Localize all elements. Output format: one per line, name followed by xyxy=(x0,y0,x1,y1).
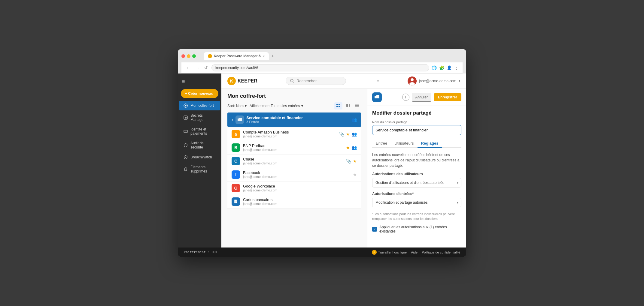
sidebar-item-deleted[interactable]: Éléments supprimés xyxy=(179,163,220,176)
folder-name: Service comptable et financier xyxy=(246,116,349,120)
svg-rect-21 xyxy=(349,105,350,106)
view-grid-btn[interactable] xyxy=(344,102,352,110)
chase-logo: C xyxy=(232,157,240,165)
entry-permissions-select[interactable]: Modification et partage autorisés xyxy=(372,198,461,207)
vault-icon xyxy=(183,103,188,108)
entry-chase[interactable]: C Chase jane@acme-demo.com 📎 ★ xyxy=(227,154,361,168)
traffic-light-red[interactable] xyxy=(181,54,185,58)
sidebar-item-breach[interactable]: BreachWatch xyxy=(179,152,220,162)
entry-permissions-select-wrap: Modification et partage autorisés ▾ xyxy=(372,198,461,207)
chase-info: Chase jane@acme-demo.com xyxy=(243,157,343,165)
sidebar-item-secrets-label: Secrets Manager xyxy=(190,113,216,122)
browser-controls: Keeper Password Manager & × + xyxy=(181,52,463,60)
nav-forward-btn[interactable]: → xyxy=(194,65,201,71)
google-name: Google Workplace xyxy=(243,184,354,188)
svg-rect-19 xyxy=(346,105,347,106)
folder-row[interactable]: › Service comptable et financier 3 Entré… xyxy=(227,112,361,127)
profile-icon[interactable]: 👤 xyxy=(447,65,452,70)
sidebar-item-audit[interactable]: Audit de sécurité xyxy=(179,139,220,152)
offline-label[interactable]: Travailler hors ligne xyxy=(378,250,407,254)
user-dropdown-icon[interactable]: ▾ xyxy=(459,79,460,82)
help-link[interactable]: Aide xyxy=(411,250,418,254)
menu-dots-icon[interactable]: ⋮ xyxy=(454,65,459,70)
user-permissions-select-wrap: Gestion d'utilisateurs et d'entrées auto… xyxy=(372,178,461,188)
sidebar-item-vault[interactable]: Mon coffre-fort xyxy=(179,101,220,110)
facebook-star-icon[interactable]: ★ xyxy=(353,172,357,177)
entry-list: › Service comptable et financier 3 Entré… xyxy=(227,112,361,245)
tab-new-btn[interactable]: + xyxy=(269,53,276,60)
chase-actions: 📎 ★ xyxy=(346,159,357,164)
apply-checkbox[interactable]: ✓ xyxy=(372,227,377,232)
tab-close-btn[interactable]: × xyxy=(263,54,265,58)
entry-bnp[interactable]: B BNP Paribas jane@acme-demo.com ★ 👥 xyxy=(227,141,361,154)
folder-share-icon[interactable]: 👥 xyxy=(352,117,357,122)
puzzle-icon[interactable]: 🧩 xyxy=(439,65,444,70)
entry-facebook[interactable]: f Facebook jane@acme-demo.com ★ xyxy=(227,168,361,182)
view-detail-btn[interactable] xyxy=(353,102,361,110)
search-bar[interactable] xyxy=(286,77,346,85)
main-header: K KEEPER ≡ xyxy=(221,74,466,89)
panel-info-btn[interactable]: i xyxy=(402,94,409,101)
panel-folder-icon xyxy=(372,92,382,102)
filter-arrow-icon: ▾ xyxy=(301,104,303,108)
entry-amazon[interactable]: a Compte Amazon Business jane@acme-demo.… xyxy=(227,128,361,141)
sidebar-menu-icon[interactable]: ≡ xyxy=(178,76,221,87)
star-icon[interactable]: ★ xyxy=(346,132,350,136)
svg-point-1 xyxy=(185,105,187,106)
svg-line-8 xyxy=(293,82,294,82)
tab-entree[interactable]: Entrée xyxy=(372,139,391,148)
entry-cartes[interactable]: 📄 Cartes bancaires jane@acme-demo.com xyxy=(227,195,361,208)
sidebar-item-identity[interactable]: Identité et paiements xyxy=(179,125,220,138)
chase-email: jane@acme-demo.com xyxy=(243,161,343,165)
tab-utilisateurs[interactable]: Utilisateurs xyxy=(391,139,417,148)
nav-reload-btn[interactable]: ↺ xyxy=(203,65,209,71)
chase-name: Chase xyxy=(243,157,343,161)
amazon-logo: a xyxy=(232,130,240,138)
folder-name-input[interactable] xyxy=(372,125,461,135)
google-logo: G xyxy=(232,184,240,192)
filter-button[interactable]: Affichercher: Toutes les entrées ▾ xyxy=(250,104,303,108)
cartes-logo: 📄 xyxy=(232,197,240,206)
bnp-share-icon[interactable]: 👥 xyxy=(352,145,357,150)
keeper-logo-text: KEEPER xyxy=(238,78,257,84)
facebook-email: jane@acme-demo.com xyxy=(243,175,350,178)
app-body: ≡ + Créer nouveau Mon coffre-fort xyxy=(178,74,466,248)
search-input[interactable] xyxy=(296,79,342,83)
amazon-actions: 📎 ★ 👥 xyxy=(339,132,357,136)
extensions-icon: 🌐 xyxy=(432,65,437,70)
browser-tab-active[interactable]: Keeper Password Manager & × xyxy=(204,52,269,60)
address-bar[interactable] xyxy=(211,64,429,71)
save-button[interactable]: Enregistrer xyxy=(434,93,461,101)
nav-back-btn[interactable]: ← xyxy=(185,65,192,71)
bnp-actions: ★ 👥 xyxy=(346,145,357,150)
keeper-logo-icon: K xyxy=(227,77,236,85)
vault-title: Mon coffre-fort xyxy=(227,93,361,99)
facebook-info: Facebook jane@acme-demo.com xyxy=(243,170,350,178)
sort-button[interactable]: Sort: Nom ▾ xyxy=(227,104,247,108)
facebook-name: Facebook xyxy=(243,170,350,175)
entry-google[interactable]: G Google Workplace jane@acme-demo.com xyxy=(227,182,361,195)
sidebar: ≡ + Créer nouveau Mon coffre-fort xyxy=(178,74,221,248)
svg-rect-4 xyxy=(184,130,187,133)
right-panel: i Annuler Enregistrer Modifier dossier p… xyxy=(367,89,466,248)
chase-star-icon[interactable]: ★ xyxy=(353,159,357,164)
privacy-link[interactable]: Politique de confidentialité xyxy=(422,250,460,254)
svg-rect-3 xyxy=(185,117,187,118)
create-new-button[interactable]: + Créer nouveau xyxy=(181,89,218,98)
share-icon[interactable]: 👥 xyxy=(352,132,357,136)
filter-icon[interactable]: ≡ xyxy=(377,79,379,83)
chase-attachment-icon: 📎 xyxy=(346,159,351,164)
sidebar-item-secrets[interactable]: Secrets Manager xyxy=(179,111,220,124)
view-list-btn[interactable] xyxy=(334,102,342,110)
encryption-label: chiffrement : OUI xyxy=(184,250,218,254)
user-permissions-select[interactable]: Gestion d'utilisateurs et d'entrées auto… xyxy=(372,178,461,188)
breach-icon xyxy=(183,155,188,160)
traffic-light-green[interactable] xyxy=(192,54,196,58)
bnp-logo: B xyxy=(232,143,240,152)
tab-reglages[interactable]: Réglages xyxy=(418,139,442,148)
traffic-light-yellow[interactable] xyxy=(187,54,190,58)
bnp-star-icon[interactable]: ★ xyxy=(346,145,350,150)
browser-titlebar: Keeper Password Manager & × + ← → ↺ 🌐 🧩 … xyxy=(178,49,466,74)
tab-favicon xyxy=(208,54,212,58)
cancel-button[interactable]: Annuler xyxy=(412,93,431,102)
